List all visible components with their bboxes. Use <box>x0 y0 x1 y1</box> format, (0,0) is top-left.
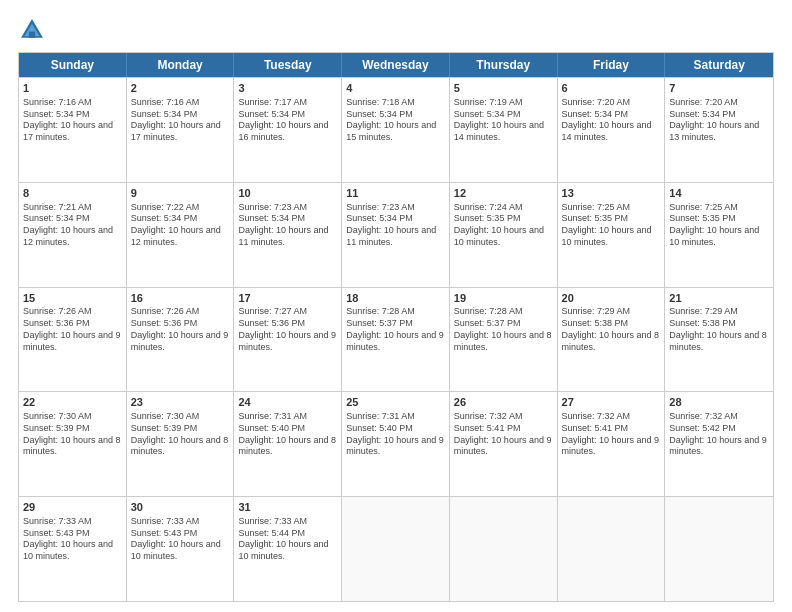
day-info: Sunrise: 7:22 AM Sunset: 5:34 PM Dayligh… <box>131 202 230 249</box>
logo-icon <box>18 16 46 44</box>
day-info: Sunrise: 7:27 AM Sunset: 5:36 PM Dayligh… <box>238 306 337 353</box>
calendar: SundayMondayTuesdayWednesdayThursdayFrid… <box>18 52 774 602</box>
calendar-week-row: 29 Sunrise: 7:33 AM Sunset: 5:43 PM Dayl… <box>19 496 773 601</box>
day-info: Sunrise: 7:28 AM Sunset: 5:37 PM Dayligh… <box>346 306 445 353</box>
day-number: 10 <box>238 186 337 201</box>
day-info: Sunrise: 7:23 AM Sunset: 5:34 PM Dayligh… <box>346 202 445 249</box>
calendar-cell: 13 Sunrise: 7:25 AM Sunset: 5:35 PM Dayl… <box>558 183 666 287</box>
calendar-cell: 27 Sunrise: 7:32 AM Sunset: 5:41 PM Dayl… <box>558 392 666 496</box>
day-info: Sunrise: 7:33 AM Sunset: 5:43 PM Dayligh… <box>23 516 122 563</box>
day-info: Sunrise: 7:23 AM Sunset: 5:34 PM Dayligh… <box>238 202 337 249</box>
calendar-cell: 1 Sunrise: 7:16 AM Sunset: 5:34 PM Dayli… <box>19 78 127 182</box>
day-number: 12 <box>454 186 553 201</box>
day-number: 17 <box>238 291 337 306</box>
calendar-week-row: 1 Sunrise: 7:16 AM Sunset: 5:34 PM Dayli… <box>19 77 773 182</box>
day-info: Sunrise: 7:29 AM Sunset: 5:38 PM Dayligh… <box>669 306 769 353</box>
calendar-header: SundayMondayTuesdayWednesdayThursdayFrid… <box>19 53 773 77</box>
day-info: Sunrise: 7:32 AM Sunset: 5:41 PM Dayligh… <box>454 411 553 458</box>
cal-header-day: Thursday <box>450 53 558 77</box>
day-number: 13 <box>562 186 661 201</box>
calendar-cell: 2 Sunrise: 7:16 AM Sunset: 5:34 PM Dayli… <box>127 78 235 182</box>
calendar-cell: 24 Sunrise: 7:31 AM Sunset: 5:40 PM Dayl… <box>234 392 342 496</box>
day-number: 16 <box>131 291 230 306</box>
day-number: 6 <box>562 81 661 96</box>
cal-header-day: Tuesday <box>234 53 342 77</box>
day-info: Sunrise: 7:30 AM Sunset: 5:39 PM Dayligh… <box>23 411 122 458</box>
calendar-cell <box>450 497 558 601</box>
calendar-body: 1 Sunrise: 7:16 AM Sunset: 5:34 PM Dayli… <box>19 77 773 601</box>
svg-rect-2 <box>29 32 35 38</box>
calendar-cell: 8 Sunrise: 7:21 AM Sunset: 5:34 PM Dayli… <box>19 183 127 287</box>
day-number: 8 <box>23 186 122 201</box>
day-info: Sunrise: 7:31 AM Sunset: 5:40 PM Dayligh… <box>238 411 337 458</box>
calendar-cell: 23 Sunrise: 7:30 AM Sunset: 5:39 PM Dayl… <box>127 392 235 496</box>
day-number: 11 <box>346 186 445 201</box>
calendar-week-row: 8 Sunrise: 7:21 AM Sunset: 5:34 PM Dayli… <box>19 182 773 287</box>
day-number: 20 <box>562 291 661 306</box>
calendar-cell: 19 Sunrise: 7:28 AM Sunset: 5:37 PM Dayl… <box>450 288 558 392</box>
day-info: Sunrise: 7:29 AM Sunset: 5:38 PM Dayligh… <box>562 306 661 353</box>
calendar-cell: 6 Sunrise: 7:20 AM Sunset: 5:34 PM Dayli… <box>558 78 666 182</box>
header <box>18 16 774 44</box>
day-info: Sunrise: 7:30 AM Sunset: 5:39 PM Dayligh… <box>131 411 230 458</box>
day-number: 25 <box>346 395 445 410</box>
day-number: 24 <box>238 395 337 410</box>
day-info: Sunrise: 7:25 AM Sunset: 5:35 PM Dayligh… <box>562 202 661 249</box>
day-info: Sunrise: 7:18 AM Sunset: 5:34 PM Dayligh… <box>346 97 445 144</box>
day-number: 5 <box>454 81 553 96</box>
calendar-cell: 9 Sunrise: 7:22 AM Sunset: 5:34 PM Dayli… <box>127 183 235 287</box>
calendar-cell: 5 Sunrise: 7:19 AM Sunset: 5:34 PM Dayli… <box>450 78 558 182</box>
day-number: 19 <box>454 291 553 306</box>
day-info: Sunrise: 7:32 AM Sunset: 5:42 PM Dayligh… <box>669 411 769 458</box>
day-info: Sunrise: 7:19 AM Sunset: 5:34 PM Dayligh… <box>454 97 553 144</box>
day-number: 26 <box>454 395 553 410</box>
calendar-cell: 30 Sunrise: 7:33 AM Sunset: 5:43 PM Dayl… <box>127 497 235 601</box>
calendar-cell: 29 Sunrise: 7:33 AM Sunset: 5:43 PM Dayl… <box>19 497 127 601</box>
day-number: 7 <box>669 81 769 96</box>
day-number: 4 <box>346 81 445 96</box>
calendar-cell: 28 Sunrise: 7:32 AM Sunset: 5:42 PM Dayl… <box>665 392 773 496</box>
day-info: Sunrise: 7:25 AM Sunset: 5:35 PM Dayligh… <box>669 202 769 249</box>
calendar-cell: 25 Sunrise: 7:31 AM Sunset: 5:40 PM Dayl… <box>342 392 450 496</box>
day-number: 9 <box>131 186 230 201</box>
calendar-week-row: 22 Sunrise: 7:30 AM Sunset: 5:39 PM Dayl… <box>19 391 773 496</box>
cal-header-day: Wednesday <box>342 53 450 77</box>
calendar-cell: 18 Sunrise: 7:28 AM Sunset: 5:37 PM Dayl… <box>342 288 450 392</box>
day-info: Sunrise: 7:33 AM Sunset: 5:44 PM Dayligh… <box>238 516 337 563</box>
day-number: 1 <box>23 81 122 96</box>
day-number: 2 <box>131 81 230 96</box>
calendar-cell: 3 Sunrise: 7:17 AM Sunset: 5:34 PM Dayli… <box>234 78 342 182</box>
cal-header-day: Friday <box>558 53 666 77</box>
day-info: Sunrise: 7:16 AM Sunset: 5:34 PM Dayligh… <box>131 97 230 144</box>
calendar-cell: 26 Sunrise: 7:32 AM Sunset: 5:41 PM Dayl… <box>450 392 558 496</box>
calendar-cell: 11 Sunrise: 7:23 AM Sunset: 5:34 PM Dayl… <box>342 183 450 287</box>
day-number: 21 <box>669 291 769 306</box>
day-info: Sunrise: 7:16 AM Sunset: 5:34 PM Dayligh… <box>23 97 122 144</box>
day-info: Sunrise: 7:20 AM Sunset: 5:34 PM Dayligh… <box>562 97 661 144</box>
day-info: Sunrise: 7:33 AM Sunset: 5:43 PM Dayligh… <box>131 516 230 563</box>
day-info: Sunrise: 7:32 AM Sunset: 5:41 PM Dayligh… <box>562 411 661 458</box>
cal-header-day: Sunday <box>19 53 127 77</box>
day-number: 22 <box>23 395 122 410</box>
day-info: Sunrise: 7:26 AM Sunset: 5:36 PM Dayligh… <box>23 306 122 353</box>
logo <box>18 16 50 44</box>
day-number: 3 <box>238 81 337 96</box>
calendar-cell <box>558 497 666 601</box>
day-number: 28 <box>669 395 769 410</box>
calendar-cell: 21 Sunrise: 7:29 AM Sunset: 5:38 PM Dayl… <box>665 288 773 392</box>
day-number: 31 <box>238 500 337 515</box>
calendar-cell: 16 Sunrise: 7:26 AM Sunset: 5:36 PM Dayl… <box>127 288 235 392</box>
calendar-cell: 14 Sunrise: 7:25 AM Sunset: 5:35 PM Dayl… <box>665 183 773 287</box>
day-info: Sunrise: 7:20 AM Sunset: 5:34 PM Dayligh… <box>669 97 769 144</box>
cal-header-day: Saturday <box>665 53 773 77</box>
cal-header-day: Monday <box>127 53 235 77</box>
calendar-cell: 7 Sunrise: 7:20 AM Sunset: 5:34 PM Dayli… <box>665 78 773 182</box>
calendar-cell: 17 Sunrise: 7:27 AM Sunset: 5:36 PM Dayl… <box>234 288 342 392</box>
day-info: Sunrise: 7:28 AM Sunset: 5:37 PM Dayligh… <box>454 306 553 353</box>
day-info: Sunrise: 7:21 AM Sunset: 5:34 PM Dayligh… <box>23 202 122 249</box>
calendar-cell <box>342 497 450 601</box>
day-number: 15 <box>23 291 122 306</box>
calendar-cell: 10 Sunrise: 7:23 AM Sunset: 5:34 PM Dayl… <box>234 183 342 287</box>
day-number: 14 <box>669 186 769 201</box>
calendar-cell: 12 Sunrise: 7:24 AM Sunset: 5:35 PM Dayl… <box>450 183 558 287</box>
